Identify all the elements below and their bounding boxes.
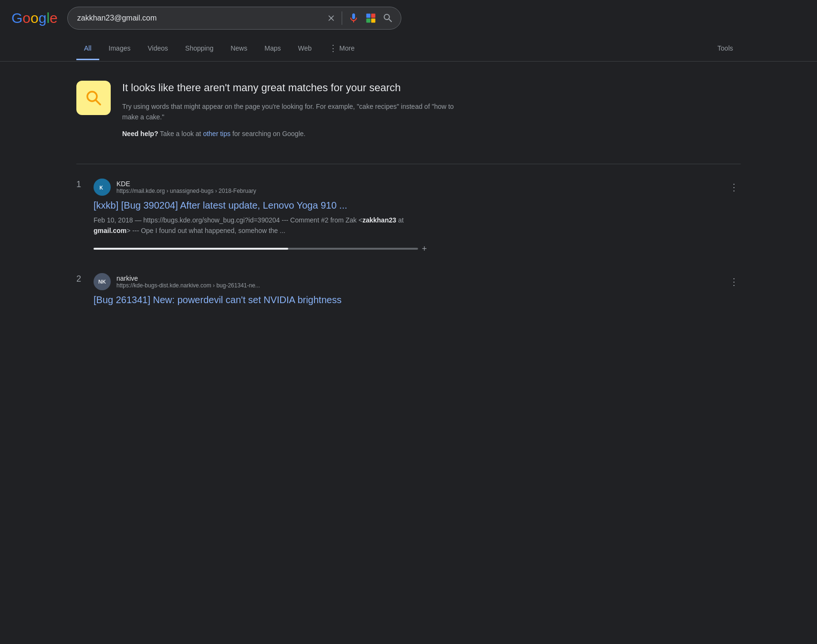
result-site-name-1: KDE <box>116 180 722 188</box>
result-number-2: 2 <box>76 273 86 284</box>
need-help-label: Need help? <box>122 130 158 137</box>
svg-text:K: K <box>100 185 104 190</box>
search-submit-icon <box>382 12 394 24</box>
tab-maps[interactable]: Maps <box>257 38 288 60</box>
mic-icon <box>348 12 359 24</box>
result-title-2[interactable]: [Bug 261341] New: powerdevil can't set N… <box>94 293 741 306</box>
narkive-initials: NK <box>98 279 106 285</box>
tab-images[interactable]: Images <box>101 38 138 60</box>
search-submit-button[interactable] <box>382 12 394 24</box>
result-url-1: https://mail.kde.org › unassigned-bugs ›… <box>116 188 722 194</box>
help-text-suffix: for searching on Google. <box>232 130 305 137</box>
expand-button[interactable]: + <box>422 244 427 254</box>
header: Google zakkhan23@gmail.com <box>0 0 817 36</box>
result-body-1: K KDE https://mail.kde.org › unassigned-… <box>94 179 741 254</box>
kde-logo-icon: K <box>97 182 107 192</box>
scrollbar-row: + <box>94 244 741 254</box>
svg-rect-0 <box>366 14 370 18</box>
more-vert-icon: ⋮ <box>329 43 337 53</box>
main-content: It looks like there aren't many great ma… <box>0 62 817 348</box>
content-separator <box>76 164 741 164</box>
no-results-heading: It looks like there aren't many great ma… <box>122 81 466 95</box>
scrollbar-track[interactable] <box>94 248 418 250</box>
tab-shopping[interactable]: Shopping <box>178 38 221 60</box>
result-body-2: NK narkive https://kde-bugs-dist.kde.nar… <box>94 273 741 309</box>
result-favicon-1: K <box>94 179 111 196</box>
no-results-text: It looks like there aren't many great ma… <box>122 81 466 145</box>
result-number-1: 1 <box>76 179 86 190</box>
other-tips-link[interactable]: other tips <box>203 130 230 137</box>
magnifier-icon <box>84 88 103 107</box>
result-site-info-2: narkive https://kde-bugs-dist.kde.narkiv… <box>116 274 722 289</box>
search-bar-divider <box>342 11 342 25</box>
help-text-middle: Take a look at <box>160 130 203 137</box>
result-favicon-2: NK <box>94 273 111 290</box>
result-header-1: K KDE https://mail.kde.org › unassigned-… <box>94 179 741 196</box>
nav-tabs: All Images Videos Shopping News Maps Web… <box>0 36 817 62</box>
svg-rect-3 <box>371 19 376 23</box>
result-menu-button-1[interactable]: ⋮ <box>727 180 741 194</box>
close-icon <box>326 13 336 23</box>
result-header-2: NK narkive https://kde-bugs-dist.kde.nar… <box>94 273 741 290</box>
no-results-section: It looks like there aren't many great ma… <box>76 81 741 145</box>
voice-search-button[interactable] <box>348 12 359 24</box>
result-site-name-2: narkive <box>116 274 722 282</box>
result-url-2: https://kde-bugs-dist.kde.narkive.com › … <box>116 282 722 289</box>
tab-more[interactable]: ⋮ More <box>321 36 362 62</box>
tab-videos[interactable]: Videos <box>140 38 176 60</box>
tab-tools[interactable]: Tools <box>710 38 741 60</box>
no-results-help: Need help? Take a look at other tips for… <box>122 128 466 139</box>
search-bar-icons <box>326 11 394 25</box>
search-bar-container: zakkhan23@gmail.com <box>67 7 401 30</box>
svg-rect-1 <box>371 14 376 18</box>
tab-web[interactable]: Web <box>290 38 319 60</box>
result-row-1: 1 K KDE https://mail.kde.org › unassigne… <box>76 179 741 254</box>
svg-line-5 <box>95 100 100 105</box>
google-logo: Google <box>11 10 58 26</box>
svg-rect-2 <box>366 19 370 23</box>
lens-icon <box>365 12 377 24</box>
result-row-2: 2 NK narkive https://kde-bugs-dist.kde.n… <box>76 273 741 309</box>
lens-button[interactable] <box>365 12 377 24</box>
result-item-2: 2 NK narkive https://kde-bugs-dist.kde.n… <box>76 273 741 309</box>
result-snippet-1: Feb 10, 2018 — https://bugs.kde.org/show… <box>94 215 418 236</box>
result-site-info-1: KDE https://mail.kde.org › unassigned-bu… <box>116 180 722 194</box>
tab-all[interactable]: All <box>76 38 99 60</box>
no-results-body: Try using words that might appear on the… <box>122 101 466 123</box>
tab-news[interactable]: News <box>223 38 255 60</box>
result-item-1: 1 K KDE https://mail.kde.org › unassigne… <box>76 179 741 254</box>
result-title-1[interactable]: [kxkb] [Bug 390204] After latest update,… <box>94 199 741 212</box>
no-results-icon <box>76 81 111 115</box>
clear-button[interactable] <box>326 13 336 23</box>
scrollbar-thumb <box>94 248 288 250</box>
result-menu-button-2[interactable]: ⋮ <box>727 275 741 288</box>
